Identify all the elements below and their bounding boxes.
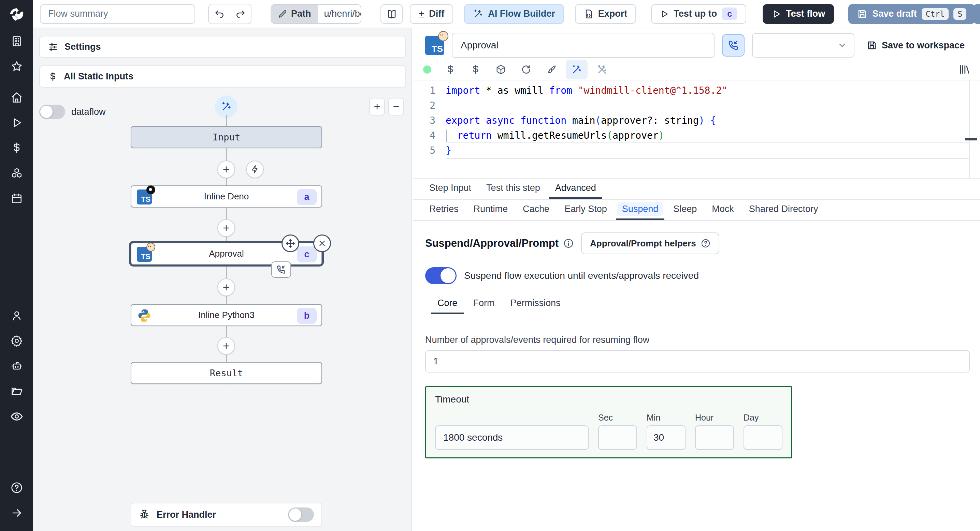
add-step-button[interactable] (217, 160, 235, 178)
tab-form[interactable]: Form (467, 298, 501, 314)
step-id-badge: c (297, 246, 317, 262)
timeout-min-input[interactable] (647, 425, 686, 450)
tab-mock[interactable]: Mock (706, 204, 740, 220)
package-icon-button[interactable] (490, 60, 512, 79)
info-icon[interactable] (563, 238, 574, 249)
node-label: Inline Deno (204, 191, 249, 202)
timeout-display: 1800 seconds (435, 425, 589, 450)
schedules-calendar-icon[interactable] (0, 186, 33, 211)
flow-node-inline-deno[interactable]: TS Inline Deno a (131, 185, 322, 208)
tab-suspend[interactable]: Suspend (616, 204, 665, 220)
workers-robot-icon[interactable] (0, 353, 33, 379)
tab-shared-directory[interactable]: Shared Directory (743, 204, 824, 220)
add-variable-button[interactable] (439, 60, 461, 79)
zoom-in-button[interactable]: + (369, 98, 385, 116)
pencil-icon (278, 10, 287, 18)
tab-sleep[interactable]: Sleep (667, 204, 703, 220)
settings-gear-icon[interactable] (0, 328, 33, 353)
timeout-day-input[interactable] (743, 425, 783, 450)
workspace-icon[interactable] (0, 29, 33, 54)
users-person-icon[interactable] (0, 303, 33, 328)
code-line (445, 98, 970, 113)
runs-play-icon[interactable] (0, 110, 33, 135)
zoom-out-button[interactable]: − (388, 98, 404, 116)
undo-button[interactable] (209, 5, 230, 24)
kbd-ctrl: Ctrl (922, 8, 948, 20)
approval-phone-button[interactable] (722, 34, 745, 57)
tab-core[interactable]: Core (431, 298, 464, 314)
redo-button[interactable] (230, 5, 251, 24)
dataflow-toggle[interactable] (39, 105, 65, 119)
deploy-button-partial[interactable] (973, 4, 980, 24)
tab-test-this-step[interactable]: Test this step (480, 183, 546, 199)
timeout-hour-input[interactable] (695, 425, 734, 450)
path-button[interactable]: Path u/henri/bes (270, 4, 361, 24)
variables-dollar-icon[interactable] (0, 135, 33, 160)
tab-step-input[interactable]: Step Input (423, 183, 477, 199)
favorites-star-icon[interactable] (0, 54, 33, 79)
approval-prompt-helpers-button[interactable]: Approval/Prompt helpers (581, 233, 719, 254)
suspend-phone-indicator[interactable] (271, 262, 291, 278)
folders-icon[interactable] (0, 379, 33, 404)
ai-assistant-button[interactable] (566, 60, 588, 79)
add-step-button[interactable] (217, 279, 235, 296)
graph-ai-wand-button[interactable] (215, 95, 237, 118)
tab-early-stop[interactable]: Early Stop (558, 204, 613, 220)
undo-redo-group (208, 4, 251, 24)
export-button[interactable]: Export (575, 4, 636, 24)
overview-ruler-current-line-mark (965, 138, 977, 140)
brush-icon (546, 64, 557, 74)
add-trigger-button[interactable] (246, 160, 264, 178)
test-flow-label: Test flow (786, 8, 825, 19)
flow-summary-input[interactable] (40, 4, 195, 24)
add-step-button[interactable] (217, 337, 235, 355)
tab-advanced[interactable]: Advanced (549, 183, 602, 199)
help-icon[interactable] (0, 475, 33, 500)
timeout-sec-input[interactable] (598, 425, 637, 450)
step-name-input[interactable] (452, 33, 714, 58)
tab-runtime[interactable]: Runtime (468, 204, 514, 220)
dataflow-label: dataflow (71, 107, 106, 117)
delete-step-button[interactable] (313, 235, 331, 252)
flow-node-inline-python3[interactable]: Inline Python3 b (131, 304, 322, 326)
day-label: Day (743, 413, 783, 423)
step-id-badge: a (297, 189, 317, 205)
windmill-logo[interactable] (0, 0, 33, 29)
ai-flow-builder-button[interactable]: AI Flow Builder (464, 4, 564, 24)
audit-eye-icon[interactable] (0, 404, 33, 429)
all-static-inputs-button[interactable]: All Static Inputs (39, 65, 406, 87)
tab-permissions[interactable]: Permissions (504, 298, 567, 314)
test-up-to-button[interactable]: Test up toc (651, 4, 746, 24)
suspend-enable-toggle[interactable] (425, 267, 457, 284)
min-label: Min (647, 413, 686, 423)
library-icon-button[interactable] (958, 64, 970, 75)
approvals-count-label: Number of approvals/events required for … (425, 335, 970, 345)
diff-button[interactable]: ±Diff (410, 4, 453, 24)
resources-cubes-icon[interactable] (0, 160, 33, 186)
save-draft-button[interactable]: Save draftCtrlS (848, 4, 975, 24)
approvals-count-input[interactable] (425, 350, 970, 372)
flow-node-result[interactable]: Result (131, 362, 322, 384)
play-icon (772, 9, 781, 19)
error-handler-toggle[interactable] (288, 507, 314, 522)
tab-cache[interactable]: Cache (517, 204, 555, 220)
home-icon[interactable] (0, 85, 33, 110)
flow-settings-button[interactable]: Settings (39, 36, 406, 58)
flow-node-input[interactable]: Input (131, 126, 322, 148)
move-step-button[interactable] (282, 235, 299, 252)
suspend-toggle-label: Suspend flow execution until events/appr… (464, 270, 699, 281)
docs-book-button[interactable] (380, 4, 403, 24)
tab-retries[interactable]: Retries (423, 204, 465, 220)
add-resource-button[interactable] (465, 60, 487, 79)
collapse-arrow-icon[interactable] (0, 500, 33, 526)
code-editor[interactable]: 12345 import * as wmill from "windmill-c… (413, 80, 980, 179)
format-brush-button[interactable] (541, 60, 562, 79)
save-to-workspace-button[interactable]: Save to workspace (867, 40, 965, 51)
sec-label: Sec (598, 413, 637, 423)
language-select[interactable] (752, 33, 854, 58)
ai-disabled-button[interactable] (591, 60, 613, 79)
reload-button[interactable] (515, 60, 537, 79)
python-icon (137, 308, 152, 323)
test-flow-button[interactable]: Test flow (763, 4, 834, 24)
add-step-button[interactable] (217, 219, 235, 237)
